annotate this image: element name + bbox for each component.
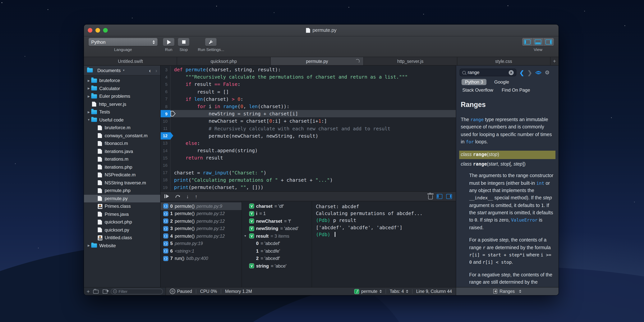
trash-icon[interactable] — [428, 195, 433, 199]
close-window-button[interactable] — [88, 28, 92, 32]
variable-row-newstring[interactable]: VnewString= 'abced' — [242, 225, 312, 232]
sidebar-item-tests[interactable]: ▶Tests — [84, 108, 160, 116]
engine-tab-find-on-page[interactable]: Find On Page — [501, 87, 531, 93]
code-line-18[interactable]: 18print("Calculating permutations of " +… — [160, 176, 456, 184]
doc-section-picker[interactable]: Ranges — [456, 288, 558, 295]
function-picker[interactable]: f permute — [354, 289, 382, 294]
code-line-10[interactable]: 10 newCharset = charset[0:i] + charset[i… — [160, 118, 456, 125]
sidebar-item-calculator[interactable]: ▶Calculator — [84, 84, 160, 92]
sidebar-item-euler-problems[interactable]: ▶Euler problems — [84, 92, 160, 100]
code-line-13[interactable]: 13 else: — [160, 140, 456, 147]
tab-http-server-js[interactable]: http_server.js — [364, 57, 457, 65]
code-editor[interactable]: 3def permute(charset, string, result):4 … — [160, 66, 456, 191]
code-line-15[interactable]: 15 return result — [160, 154, 456, 162]
sidebar-item-website[interactable]: ▶Website — [84, 242, 160, 250]
sidebar-item-http-server-js[interactable]: http_server.js — [84, 100, 160, 108]
variable-row-newcharset[interactable]: VnewCharset= 'f' — [242, 217, 312, 225]
disclosure-collapsed-icon[interactable]: ▶ — [86, 95, 91, 98]
code-line-8[interactable]: 8 for i in range(0, len(charset)): — [160, 103, 456, 110]
search-input[interactable]: range × — [460, 68, 516, 76]
stack-frame-5[interactable]: {}5permute.py:19 — [160, 240, 242, 247]
disclosure-expanded-icon[interactable]: ▼ — [244, 234, 247, 238]
gear-icon[interactable]: ⚙ — [545, 70, 550, 75]
sidebar-item-quicksort-php[interactable]: quicksort.php — [84, 218, 160, 226]
stack-frame-4[interactable]: {}4permute()permute.py:12 — [160, 232, 242, 240]
forward-button[interactable]: › — [156, 67, 157, 74]
tabs-setting[interactable]: Tabs: 4 — [390, 289, 408, 294]
step-over-button[interactable] — [175, 193, 180, 200]
engine-tab-google[interactable]: Google — [494, 79, 510, 85]
code-line-19[interactable]: 19print(permute(charset, "", [])) — [160, 184, 456, 191]
tab-quicksort-php[interactable]: quicksort.php — [177, 57, 271, 65]
code-line-6[interactable]: 6 result = [] — [160, 88, 456, 95]
stack-frame-7[interactable]: {}7run()bdb.py:400 — [160, 255, 242, 262]
step-into-button[interactable]: ↓ — [186, 194, 189, 199]
code-line-5[interactable]: 5 if result == False: — [160, 81, 456, 88]
code-line-11[interactable]: 11 # Recursively calculate with each new… — [160, 125, 456, 132]
sidebar-item-iterations-java[interactable]: iterations.java — [84, 148, 160, 155]
new-folder-button[interactable] — [93, 290, 98, 294]
variable-row-i[interactable]: Vi= 1 — [242, 210, 312, 217]
variable-row-2[interactable]: 2= 'abcedf' — [242, 255, 312, 262]
sidebar-item-primes-class[interactable]: Primes.class — [84, 202, 160, 210]
eye-icon[interactable] — [535, 70, 542, 74]
code-line-3[interactable]: 3def permute(charset, string, result): — [160, 66, 456, 73]
sidebar-item-iterations-php[interactable]: iterations.php — [84, 163, 160, 171]
run-button[interactable] — [163, 38, 174, 46]
code-line-16[interactable]: 16 — [160, 162, 456, 169]
code-line-7[interactable]: 7 if len(charset) > 0: — [160, 96, 456, 103]
new-tab-button[interactable] — [550, 57, 558, 65]
minimize-window-button[interactable] — [96, 28, 100, 32]
toggle-left-sidebar-button[interactable] — [522, 38, 533, 46]
variable-row-string[interactable]: Vstring= 'abce' — [242, 262, 312, 270]
stack-frame-1[interactable]: {}1permute()permute.py:12 — [160, 210, 242, 217]
toggle-right-sidebar-button[interactable] — [544, 38, 554, 46]
step-out-button[interactable]: ↑ — [195, 194, 198, 199]
engine-tab-stack-overflow[interactable]: Stack Overflow — [462, 87, 494, 93]
sidebar-item-permute-py[interactable]: permute.py — [84, 194, 160, 202]
engine-tab-python-3[interactable]: Python 3 — [462, 79, 487, 85]
sidebar-item-quicksort-py[interactable]: quicksort.py — [84, 226, 160, 234]
sidebar-item-primes-java[interactable]: Primes.java — [84, 210, 160, 218]
variable-row-1[interactable]: 1= 'abcdfe' — [242, 247, 312, 255]
toggle-console-panel-button[interactable] — [446, 194, 452, 199]
code-line-4[interactable]: 4 """Recursively calculate the permutati… — [160, 73, 456, 80]
sidebar-item-conways-constant-m[interactable]: conways_constant.m — [84, 132, 160, 140]
filter-field[interactable]: ≡ Filter — [111, 288, 163, 294]
breakpoint-marker[interactable]: 12 — [160, 132, 170, 139]
sidebar-item-fibonacci-m[interactable]: fibonacci.m — [84, 140, 160, 148]
variable-row-charset[interactable]: Vcharset= 'df' — [242, 202, 312, 210]
sidebar-item-bruteforce[interactable]: ▶bruteforce — [84, 77, 160, 84]
disclosure-expanded-icon[interactable]: ▼ — [86, 118, 91, 122]
sidebar-item-nspredicate-m[interactable]: NSPredicate.m — [84, 171, 160, 179]
toggle-stack-panel-button[interactable] — [436, 194, 442, 199]
disclosure-collapsed-icon[interactable]: ▶ — [86, 110, 91, 114]
disclosure-collapsed-icon[interactable]: ▶ — [86, 244, 91, 248]
language-select[interactable]: Python — [88, 38, 158, 46]
clear-search-button[interactable]: × — [509, 70, 514, 75]
back-button[interactable]: ‹ — [149, 67, 151, 74]
disclosure-collapsed-icon[interactable]: ▶ — [86, 79, 91, 82]
variable-row-0[interactable]: 0= 'abcdef' — [242, 240, 312, 247]
code-line-14[interactable]: 14 result.append(string) — [160, 147, 456, 154]
stack-frame-0[interactable]: {}0permute()permute.py:9 — [160, 202, 242, 210]
tab-untitled-swift[interactable]: Untitled.swift — [84, 57, 177, 65]
variable-row-result[interactable]: ▼Vresult= 3 items — [242, 232, 312, 240]
sidebar-item-bruteforce-m[interactable]: bruteforce.m — [84, 124, 160, 132]
zoom-window-button[interactable] — [103, 28, 108, 32]
toggle-bottom-panel-button[interactable] — [533, 38, 544, 46]
code-line-17[interactable]: 17charset = raw_input("Charset: ") — [160, 169, 456, 176]
stop-button[interactable] — [178, 38, 189, 46]
resume-button[interactable] — [164, 194, 169, 198]
tab-permute-py[interactable]: permute.py — [271, 57, 364, 65]
sidebar-item-nsstring-traverse-m[interactable]: NSString traverse.m — [84, 179, 160, 187]
sidebar-header[interactable]: Documents ▾ ‹ › — [84, 66, 160, 76]
code-line-9[interactable]: 9 newString = string + charset[i] — [160, 110, 456, 117]
tab-style-css[interactable]: style.css — [457, 57, 550, 65]
run-settings-button[interactable] — [205, 38, 217, 46]
stack-frame-2[interactable]: {}2permute()permute.py:12 — [160, 217, 242, 225]
title-bar[interactable]: permute.py — [84, 24, 558, 36]
add-file-button[interactable] — [87, 289, 90, 294]
code-line-12[interactable]: 12 permute(newCharset, newString, result… — [160, 132, 456, 139]
reveal-in-finder-button[interactable] — [103, 289, 107, 294]
